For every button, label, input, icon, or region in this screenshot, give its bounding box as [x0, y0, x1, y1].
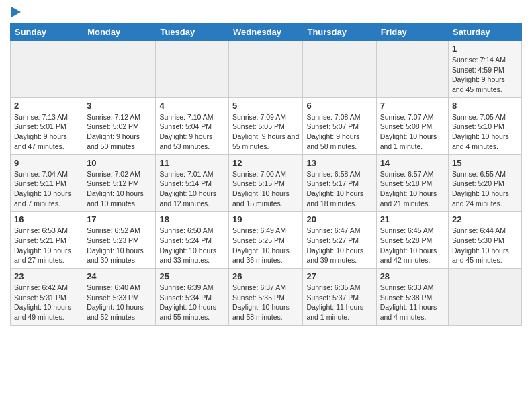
calendar-cell: 17Sunrise: 6:52 AM Sunset: 5:23 PM Dayli…: [83, 212, 156, 269]
day-info: Sunrise: 6:47 AM Sunset: 5:27 PM Dayligh…: [306, 226, 372, 265]
calendar-cell: 26Sunrise: 6:37 AM Sunset: 5:35 PM Dayli…: [229, 269, 303, 326]
day-number: 18: [159, 214, 225, 224]
day-info: Sunrise: 6:58 AM Sunset: 5:17 PM Dayligh…: [306, 169, 372, 209]
calendar-cell: 14Sunrise: 6:57 AM Sunset: 5:18 PM Dayli…: [376, 154, 448, 212]
calendar-cell: 23Sunrise: 6:42 AM Sunset: 5:31 PM Dayli…: [11, 269, 83, 326]
day-number: 8: [452, 101, 518, 111]
day-info: Sunrise: 7:14 AM Sunset: 4:59 PM Dayligh…: [452, 55, 518, 95]
calendar-cell: 22Sunrise: 6:44 AM Sunset: 5:30 PM Dayli…: [449, 212, 522, 269]
calendar-table: SundayMondayTuesdayWednesdayThursdayFrid…: [10, 23, 522, 326]
day-number: 23: [14, 271, 79, 281]
day-number: 21: [380, 214, 445, 224]
calendar-cell: 9Sunrise: 7:04 AM Sunset: 5:11 PM Daylig…: [11, 154, 83, 212]
calendar-cell: 27Sunrise: 6:35 AM Sunset: 5:37 PM Dayli…: [303, 269, 376, 326]
weekday-header-sunday: Sunday: [11, 24, 83, 41]
calendar-cell: 21Sunrise: 6:45 AM Sunset: 5:28 PM Dayli…: [376, 212, 448, 269]
day-info: Sunrise: 7:09 AM Sunset: 5:05 PM Dayligh…: [232, 112, 299, 152]
weekday-header-saturday: Saturday: [449, 24, 522, 41]
calendar-cell: 15Sunrise: 6:55 AM Sunset: 5:20 PM Dayli…: [449, 154, 522, 212]
day-info: Sunrise: 6:42 AM Sunset: 5:31 PM Dayligh…: [14, 283, 79, 322]
day-info: Sunrise: 6:49 AM Sunset: 5:25 PM Dayligh…: [232, 226, 299, 265]
day-info: Sunrise: 7:10 AM Sunset: 5:04 PM Dayligh…: [159, 112, 225, 152]
day-number: 26: [232, 271, 299, 281]
calendar-cell: [229, 41, 303, 98]
day-info: Sunrise: 7:05 AM Sunset: 5:10 PM Dayligh…: [452, 112, 518, 152]
day-info: Sunrise: 6:53 AM Sunset: 5:21 PM Dayligh…: [14, 226, 79, 265]
calendar-cell: 19Sunrise: 6:49 AM Sunset: 5:25 PM Dayli…: [229, 212, 303, 269]
page-container: SundayMondayTuesdayWednesdayThursdayFrid…: [0, 0, 532, 332]
calendar-cell: 28Sunrise: 6:33 AM Sunset: 5:38 PM Dayli…: [376, 269, 448, 326]
day-number: 20: [306, 214, 372, 224]
calendar-cell: 20Sunrise: 6:47 AM Sunset: 5:27 PM Dayli…: [303, 212, 376, 269]
week-row-4: 16Sunrise: 6:53 AM Sunset: 5:21 PM Dayli…: [11, 212, 522, 269]
calendar-cell: 10Sunrise: 7:02 AM Sunset: 5:12 PM Dayli…: [83, 154, 156, 212]
day-number: 10: [87, 158, 152, 168]
day-info: Sunrise: 7:07 AM Sunset: 5:08 PM Dayligh…: [380, 112, 445, 152]
week-row-3: 9Sunrise: 7:04 AM Sunset: 5:11 PM Daylig…: [11, 154, 522, 212]
header: [10, 7, 522, 17]
day-number: 14: [380, 158, 445, 168]
weekday-header-wednesday: Wednesday: [229, 24, 303, 41]
day-info: Sunrise: 6:40 AM Sunset: 5:33 PM Dayligh…: [87, 283, 152, 322]
day-info: Sunrise: 6:35 AM Sunset: 5:37 PM Dayligh…: [306, 283, 372, 322]
day-number: 4: [159, 101, 225, 111]
day-info: Sunrise: 6:44 AM Sunset: 5:30 PM Dayligh…: [452, 226, 518, 265]
calendar-cell: 4Sunrise: 7:10 AM Sunset: 5:04 PM Daylig…: [156, 97, 229, 154]
calendar-cell: 3Sunrise: 7:12 AM Sunset: 5:02 PM Daylig…: [83, 97, 156, 154]
calendar-cell: 18Sunrise: 6:50 AM Sunset: 5:24 PM Dayli…: [156, 212, 229, 269]
calendar-cell: 13Sunrise: 6:58 AM Sunset: 5:17 PM Dayli…: [303, 154, 376, 212]
day-number: 27: [306, 271, 372, 281]
day-number: 15: [452, 158, 518, 168]
day-number: 12: [232, 158, 299, 168]
day-info: Sunrise: 7:12 AM Sunset: 5:02 PM Dayligh…: [87, 112, 152, 152]
day-number: 13: [306, 158, 372, 168]
day-number: 11: [159, 158, 225, 168]
day-number: 1: [452, 44, 518, 54]
calendar-cell: [83, 41, 156, 98]
day-number: 22: [452, 214, 518, 224]
calendar-cell: 16Sunrise: 6:53 AM Sunset: 5:21 PM Dayli…: [11, 212, 83, 269]
day-info: Sunrise: 6:39 AM Sunset: 5:34 PM Dayligh…: [159, 283, 225, 322]
calendar-cell: [156, 41, 229, 98]
calendar-cell: 24Sunrise: 6:40 AM Sunset: 5:33 PM Dayli…: [83, 269, 156, 326]
day-info: Sunrise: 7:02 AM Sunset: 5:12 PM Dayligh…: [87, 169, 152, 209]
day-number: 2: [14, 101, 79, 111]
day-number: 7: [380, 101, 445, 111]
day-info: Sunrise: 7:00 AM Sunset: 5:15 PM Dayligh…: [232, 169, 299, 209]
day-info: Sunrise: 7:01 AM Sunset: 5:14 PM Dayligh…: [159, 169, 225, 209]
calendar-cell: 12Sunrise: 7:00 AM Sunset: 5:15 PM Dayli…: [229, 154, 303, 212]
calendar-cell: [376, 41, 448, 98]
weekday-header-friday: Friday: [376, 24, 448, 41]
calendar-cell: 25Sunrise: 6:39 AM Sunset: 5:34 PM Dayli…: [156, 269, 229, 326]
day-info: Sunrise: 6:55 AM Sunset: 5:20 PM Dayligh…: [452, 169, 518, 209]
day-number: 19: [232, 214, 299, 224]
day-number: 9: [14, 158, 79, 168]
day-number: 16: [14, 214, 79, 224]
weekday-header-tuesday: Tuesday: [156, 24, 229, 41]
calendar-cell: 1Sunrise: 7:14 AM Sunset: 4:59 PM Daylig…: [449, 41, 522, 98]
weekday-header-thursday: Thursday: [303, 24, 376, 41]
week-row-1: 1Sunrise: 7:14 AM Sunset: 4:59 PM Daylig…: [11, 41, 522, 98]
calendar-cell: 7Sunrise: 7:07 AM Sunset: 5:08 PM Daylig…: [376, 97, 448, 154]
day-number: 25: [159, 271, 225, 281]
calendar-cell: 5Sunrise: 7:09 AM Sunset: 5:05 PM Daylig…: [229, 97, 303, 154]
calendar-cell: 8Sunrise: 7:05 AM Sunset: 5:10 PM Daylig…: [449, 97, 522, 154]
logo-arrow-icon: [11, 7, 21, 17]
logo: [10, 7, 21, 17]
day-info: Sunrise: 7:08 AM Sunset: 5:07 PM Dayligh…: [306, 112, 372, 152]
calendar-cell: 2Sunrise: 7:13 AM Sunset: 5:01 PM Daylig…: [11, 97, 83, 154]
day-info: Sunrise: 7:13 AM Sunset: 5:01 PM Dayligh…: [14, 112, 79, 152]
day-number: 5: [232, 101, 299, 111]
day-number: 17: [87, 214, 152, 224]
week-row-5: 23Sunrise: 6:42 AM Sunset: 5:31 PM Dayli…: [11, 269, 522, 326]
day-info: Sunrise: 6:57 AM Sunset: 5:18 PM Dayligh…: [380, 169, 445, 209]
day-info: Sunrise: 7:04 AM Sunset: 5:11 PM Dayligh…: [14, 169, 79, 209]
header-row: SundayMondayTuesdayWednesdayThursdayFrid…: [11, 24, 522, 41]
day-info: Sunrise: 6:50 AM Sunset: 5:24 PM Dayligh…: [159, 226, 225, 265]
calendar-cell: 11Sunrise: 7:01 AM Sunset: 5:14 PM Dayli…: [156, 154, 229, 212]
day-info: Sunrise: 6:33 AM Sunset: 5:38 PM Dayligh…: [380, 283, 445, 322]
calendar-cell: [303, 41, 376, 98]
day-number: 6: [306, 101, 372, 111]
day-number: 24: [87, 271, 152, 281]
day-info: Sunrise: 6:52 AM Sunset: 5:23 PM Dayligh…: [87, 226, 152, 265]
